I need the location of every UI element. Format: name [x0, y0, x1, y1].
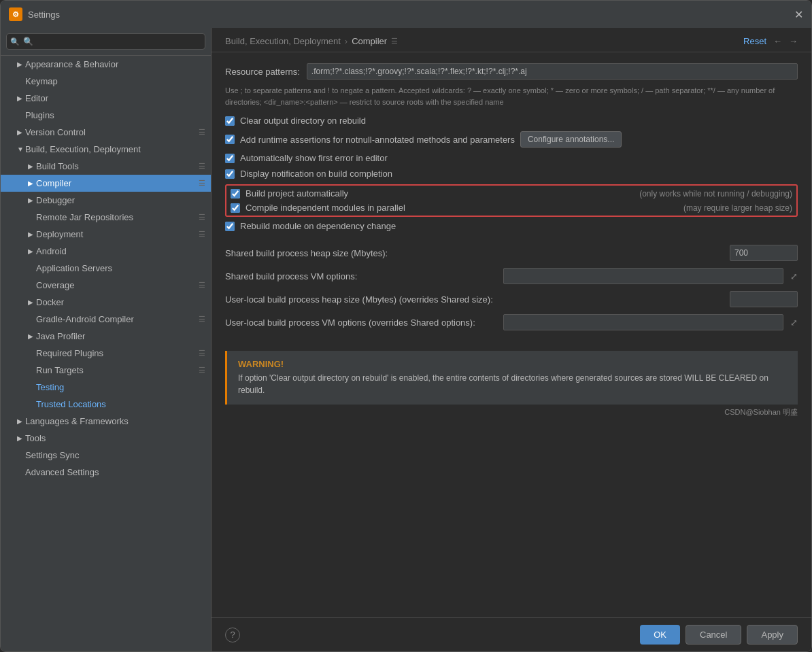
warning-box: WARNING! If option 'Clear output directo…	[225, 351, 798, 405]
sidebar-item-deployment[interactable]: Deployment ☰	[1, 226, 211, 243]
sidebar-item-keymap[interactable]: Keymap	[1, 73, 211, 90]
sidebar-item-plugins[interactable]: Plugins	[1, 107, 211, 124]
clear-output-label[interactable]: Clear output directory on rebuild	[240, 116, 366, 126]
sidebar-item-version-control[interactable]: Version Control ☰	[1, 124, 211, 141]
nav-forward-button[interactable]: →	[789, 36, 798, 46]
dialog-buttons: OK Cancel Apply	[640, 625, 798, 645]
shared-heap-input[interactable]	[730, 245, 798, 261]
compile-parallel-label[interactable]: Compile independent modules in parallel	[246, 203, 405, 213]
sidebar-item-label: Editor	[25, 93, 205, 103]
sidebar-item-appearance[interactable]: Appearance & Behavior	[1, 56, 211, 73]
expand-icon	[28, 247, 36, 255]
app-icon: ⚙	[9, 7, 22, 21]
display-notification-checkbox[interactable]	[225, 169, 235, 179]
warning-title: WARNING!	[238, 359, 787, 369]
sidebar-item-advanced-settings[interactable]: Advanced Settings	[1, 464, 211, 481]
sidebar-item-remote-jar[interactable]: Remote Jar Repositories ☰	[1, 209, 211, 226]
expand-icon	[17, 434, 25, 442]
sidebar-item-label: Deployment	[36, 229, 199, 239]
sidebar-item-trusted-locations[interactable]: Trusted Locations	[1, 396, 211, 413]
settings-icon: ☰	[199, 366, 205, 375]
display-notification-label[interactable]: Display notification on build completion	[240, 169, 392, 179]
search-input[interactable]	[6, 33, 205, 50]
sidebar-item-settings-sync[interactable]: Settings Sync	[1, 447, 211, 464]
sidebar-item-docker[interactable]: Docker	[1, 294, 211, 311]
auto-show-error-row: Automatically show first error in editor	[225, 153, 798, 163]
sidebar-item-label: Required Plugins	[36, 348, 199, 358]
sidebar-item-testing[interactable]: Testing	[1, 379, 211, 396]
settings-icon: ☰	[199, 162, 205, 171]
sidebar-item-label: Testing	[36, 382, 205, 392]
user-vm-input[interactable]	[503, 314, 784, 330]
settings-panel: Build, Execution, Deployment › Compiler …	[212, 28, 811, 651]
sidebar-item-java-profiler[interactable]: Java Profiler	[1, 328, 211, 345]
sidebar-item-compiler[interactable]: Compiler ☰	[1, 175, 211, 192]
sidebar-item-app-servers[interactable]: Application Servers	[1, 260, 211, 277]
sidebar-item-languages-frameworks[interactable]: Languages & Frameworks	[1, 413, 211, 430]
add-runtime-label[interactable]: Add runtime assertions for notnull-annot…	[240, 135, 515, 145]
sidebar-item-run-targets[interactable]: Run Targets ☰	[1, 362, 211, 379]
panel-header: Build, Execution, Deployment › Compiler …	[212, 28, 811, 52]
clear-output-checkbox[interactable]	[225, 116, 235, 126]
resource-hint: Use ; to separate patterns and ! to nega…	[225, 85, 798, 107]
auto-show-error-checkbox[interactable]	[225, 154, 235, 163]
shared-vm-input[interactable]	[503, 268, 784, 284]
breadcrumb-build: Build, Execution, Deployment	[225, 36, 341, 46]
sidebar-item-build-tools[interactable]: Build Tools ☰	[1, 158, 211, 175]
resource-patterns-label: Resource patterns:	[225, 67, 300, 77]
settings-window: ⚙ Settings ✕ 🔍 Appearance & Behavior	[0, 0, 812, 652]
cancel-button[interactable]: Cancel	[686, 625, 741, 645]
apply-button[interactable]: Apply	[747, 625, 798, 645]
auto-show-error-label[interactable]: Automatically show first error in editor	[240, 153, 388, 163]
breadcrumb-separator: ›	[345, 36, 348, 46]
compile-parallel-row: Compile independent modules in parallel …	[231, 203, 792, 213]
expand-icon	[28, 162, 36, 170]
sidebar-item-label: Keymap	[25, 76, 205, 86]
sidebar-item-required-plugins[interactable]: Required Plugins ☰	[1, 345, 211, 362]
breadcrumb: Build, Execution, Deployment › Compiler …	[225, 36, 398, 46]
sidebar-item-label: Gradle-Android Compiler	[36, 314, 199, 324]
settings-icon: ☰	[199, 281, 205, 290]
sidebar-item-build-exec-deploy[interactable]: Build, Execution, Deployment	[1, 141, 211, 158]
breadcrumb-compiler: Compiler	[352, 36, 387, 46]
sidebar-item-debugger[interactable]: Debugger	[1, 192, 211, 209]
user-heap-row: User-local build process heap size (Mbyt…	[225, 291, 798, 307]
rebuild-module-label[interactable]: Rebuild module on dependency change	[240, 221, 396, 231]
header-actions: Reset ← →	[743, 36, 798, 46]
help-icon[interactable]: ?	[225, 628, 240, 642]
close-button[interactable]: ✕	[794, 8, 803, 21]
compile-parallel-checkbox[interactable]	[231, 203, 240, 213]
add-runtime-checkbox[interactable]	[225, 135, 235, 144]
window-title: Settings	[28, 10, 60, 20]
help-button[interactable]: ?	[225, 628, 240, 642]
settings-icon: ☰	[199, 213, 205, 222]
user-vm-label: User-local build process VM options (ove…	[225, 318, 496, 328]
sidebar-item-editor[interactable]: Editor	[1, 90, 211, 107]
ok-button[interactable]: OK	[640, 625, 680, 645]
sidebar-item-label: Application Servers	[36, 263, 205, 273]
build-automatically-label[interactable]: Build project automatically	[246, 188, 348, 199]
titlebar: ⚙ Settings ✕	[1, 1, 811, 28]
rebuild-module-checkbox[interactable]	[225, 222, 235, 231]
sidebar-item-android[interactable]: Android	[1, 243, 211, 260]
sidebar-item-gradle-android[interactable]: Gradle-Android Compiler ☰	[1, 311, 211, 328]
expand-icon	[17, 145, 25, 153]
clear-output-row: Clear output directory on rebuild	[225, 116, 798, 126]
reset-button[interactable]: Reset	[743, 36, 766, 46]
sidebar-item-coverage[interactable]: Coverage ☰	[1, 277, 211, 294]
resource-patterns-input[interactable]	[307, 63, 798, 80]
dialog-footer: ? OK Cancel Apply	[212, 617, 811, 651]
rebuild-module-row: Rebuild module on dependency change	[225, 221, 798, 231]
configure-annotations-button[interactable]: Configure annotations...	[520, 131, 622, 148]
expand-icon	[17, 61, 25, 68]
expand-icon: ⤢	[790, 271, 798, 281]
build-automatically-checkbox[interactable]	[231, 189, 240, 199]
nav-back-button[interactable]: ←	[773, 36, 782, 46]
search-icon: 🔍	[10, 37, 20, 46]
sidebar-item-label: Trusted Locations	[36, 399, 205, 409]
settings-icon: ☰	[199, 349, 205, 358]
user-heap-input[interactable]	[730, 291, 798, 307]
warning-text: If option 'Clear output directory on reb…	[238, 372, 787, 396]
sidebar-item-tools[interactable]: Tools	[1, 430, 211, 447]
shared-heap-row: Shared build process heap size (Mbytes):	[225, 245, 798, 261]
